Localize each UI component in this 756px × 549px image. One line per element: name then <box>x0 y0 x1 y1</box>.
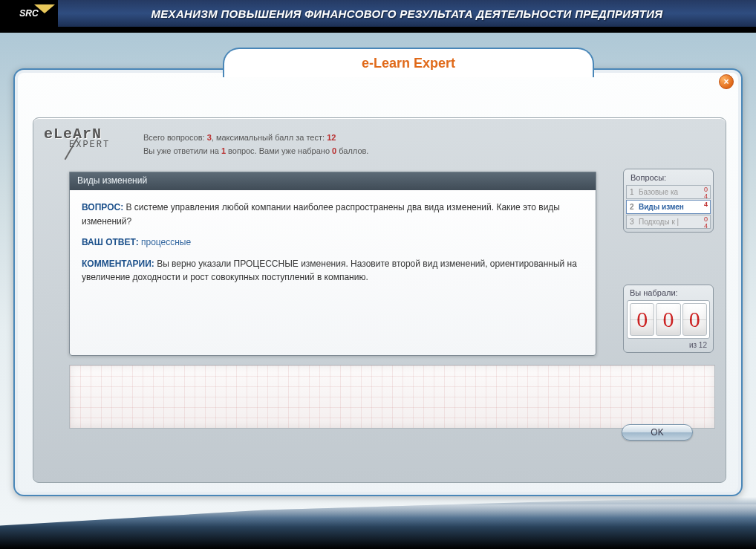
close-button[interactable]: × <box>719 74 734 89</box>
qitem-score: 4 <box>704 201 708 208</box>
stats-mid-label: , максимальный балл за тест: <box>212 133 325 142</box>
qitem-label: Виды измен <box>639 203 684 211</box>
answer-text: процессные <box>141 237 191 247</box>
question-list-item[interactable]: 3 Подходы к | 04 <box>626 215 711 229</box>
footer-decoration <box>0 497 756 549</box>
question-panel-header: Виды изменений <box>70 172 596 190</box>
qitem-number: 3 <box>630 218 639 226</box>
ok-button-label: OK <box>651 427 663 438</box>
qitem-score: 04 <box>704 186 708 199</box>
brand-logo: SRC <box>0 0 58 27</box>
content-chrome: eLeArN EXPERT Всего вопросов: 3, максима… <box>33 117 726 483</box>
qitem-label: Подходы к | <box>639 218 679 226</box>
qitem-number: 1 <box>630 188 639 196</box>
score-footer: из 12 <box>627 339 710 349</box>
stats-answered-value: 1 <box>221 146 226 155</box>
score-title: Вы набрали: <box>627 288 710 300</box>
score-digit: 0 <box>682 303 707 336</box>
comment-text: Вы верно указали ПРОЦЕССНЫЕ изменения. Н… <box>82 259 577 283</box>
question-label: ВОПРОС: <box>82 202 123 212</box>
app-title: e-Learn Expert <box>362 56 455 71</box>
stats-max-score: 12 <box>327 133 336 142</box>
qitem-label: Базовые ка <box>639 188 678 196</box>
score-digit: 0 <box>630 303 654 336</box>
brand-triangle-icon <box>34 4 55 13</box>
answer-label: ВАШ ОТВЕТ: <box>82 237 139 247</box>
stats-scored-suffix: баллов. <box>339 146 368 155</box>
question-panel: Виды изменений ВОПРОС: В системе управле… <box>69 172 596 356</box>
question-list-item[interactable]: 1 Базовые ка 04 <box>626 185 711 199</box>
qitem-number: 2 <box>630 203 639 211</box>
close-icon: × <box>723 77 729 87</box>
question-text: В системе управления любой компании наиб… <box>82 202 560 227</box>
comment-label: КОММЕНТАРИИ: <box>82 259 154 269</box>
main-panel: e-Learn Expert × eLeArN EXPERT Всего воп… <box>13 68 743 496</box>
header-divider <box>0 27 756 33</box>
question-list-item[interactable]: 2 Виды измен 4 <box>626 200 711 214</box>
score-digits: 0 0 0 <box>627 300 710 339</box>
score-digit: 0 <box>656 303 680 336</box>
stats-answered-suffix: вопрос. Вами уже набрано <box>228 146 330 155</box>
answer-input-zone[interactable] <box>69 365 715 429</box>
stats-total-label: Всего вопросов: <box>143 133 205 142</box>
page-title: МЕХАНИЗМ ПОВЫШЕНИЯ ФИНАНСОВОГО РЕЗУЛЬТАТ… <box>58 7 756 20</box>
score-box: Вы набрали: 0 0 0 из 12 <box>623 285 714 353</box>
quiz-stats: Всего вопросов: 3, максимальный балл за … <box>143 131 368 157</box>
elearn-logo: eLeArN EXPERT <box>44 126 133 164</box>
ok-button[interactable]: OK <box>622 424 693 441</box>
stats-scored-value: 0 <box>332 146 336 155</box>
question-list-title: Вопросы: <box>626 172 711 185</box>
stats-answered-prefix: Вы уже ответили на <box>143 146 219 155</box>
question-list: Вопросы: 1 Базовые ка 04 2 Виды измен 4 … <box>623 169 714 233</box>
qitem-score: 04 <box>704 216 708 229</box>
question-panel-body: ВОПРОС: В системе управления любой компа… <box>70 190 596 302</box>
app-header: SRC МЕХАНИЗМ ПОВЫШЕНИЯ ФИНАНСОВОГО РЕЗУЛ… <box>0 0 756 27</box>
